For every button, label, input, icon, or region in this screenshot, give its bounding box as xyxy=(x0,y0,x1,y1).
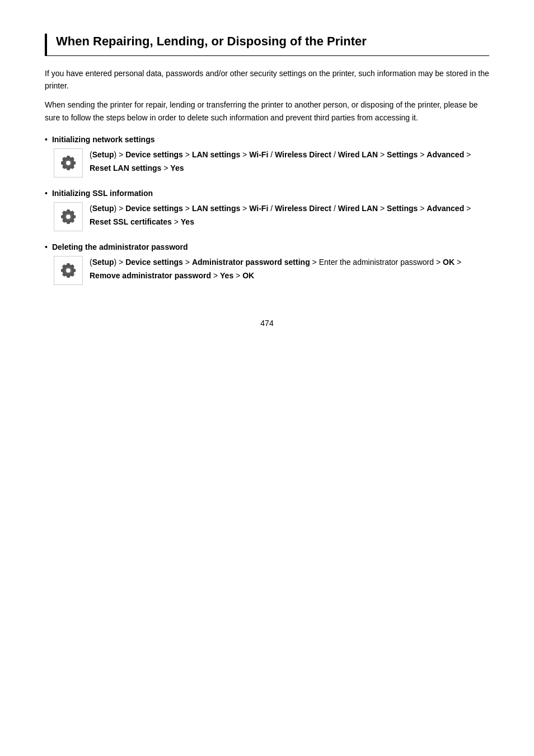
instruction-text-network: (Setup) > Device settings > LAN settings… xyxy=(90,148,489,175)
gear-icon-ssl xyxy=(54,202,83,231)
gear-icon-network xyxy=(54,148,83,178)
section-title-network: Initializing network settings xyxy=(52,135,155,144)
section-title-admin: Deleting the administrator password xyxy=(52,242,188,251)
section-title-ssl: Initializing SSL information xyxy=(52,189,153,198)
gear-svg-admin xyxy=(59,262,77,279)
page-number: 474 xyxy=(260,319,273,328)
gear-svg-ssl xyxy=(59,208,77,226)
bullet-icon: • xyxy=(45,135,48,144)
page-footer: 474 xyxy=(45,319,489,328)
section-content-ssl: (Setup) > Device settings > LAN settings… xyxy=(54,202,489,231)
intro-paragraph-2: When sending the printer for repair, len… xyxy=(45,99,489,124)
section-list: • Initializing network settings (Setup) … xyxy=(45,135,489,285)
gear-icon-admin xyxy=(54,256,83,285)
instruction-text-admin: (Setup) > Device settings > Administrato… xyxy=(90,256,489,283)
section-header-admin: • Deleting the administrator password xyxy=(45,242,489,251)
page-title: When Repairing, Lending, or Disposing of… xyxy=(56,34,489,50)
section-header-ssl: • Initializing SSL information xyxy=(45,189,489,198)
intro-paragraph-1: If you have entered personal data, passw… xyxy=(45,67,489,92)
gear-svg-network xyxy=(59,154,77,172)
page-container: When Repairing, Lending, or Disposing of… xyxy=(0,0,534,361)
bullet-icon: • xyxy=(45,242,48,251)
list-item: • Initializing SSL information (Setup) >… xyxy=(45,189,489,231)
instruction-text-ssl: (Setup) > Device settings > LAN settings… xyxy=(90,202,489,229)
title-divider xyxy=(47,55,489,56)
bullet-icon: • xyxy=(45,189,48,198)
title-section: When Repairing, Lending, or Disposing of… xyxy=(45,34,489,56)
section-content-admin: (Setup) > Device settings > Administrato… xyxy=(54,256,489,285)
list-item: • Deleting the administrator password (S… xyxy=(45,242,489,285)
section-content-network: (Setup) > Device settings > LAN settings… xyxy=(54,148,489,178)
list-item: • Initializing network settings (Setup) … xyxy=(45,135,489,178)
section-header-network: • Initializing network settings xyxy=(45,135,489,144)
